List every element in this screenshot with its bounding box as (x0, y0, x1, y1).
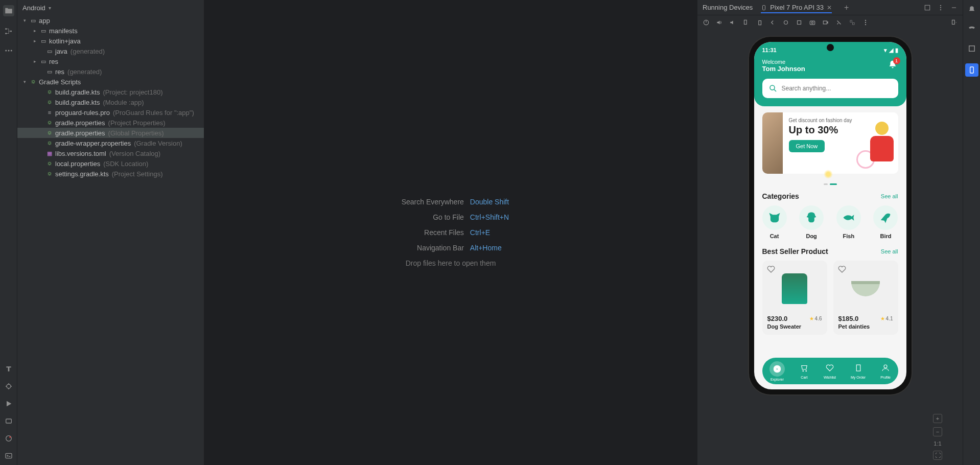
nav-explorer[interactable]: Explorer (769, 361, 785, 381)
add-device-button[interactable]: + (844, 3, 849, 12)
tree-local-props[interactable]: ⛭local.properties(SDK Location) (17, 158, 204, 169)
tree-res[interactable]: ▸▭res (17, 56, 204, 66)
get-now-button[interactable]: Get Now (789, 140, 825, 152)
svg-point-14 (940, 7, 941, 8)
nav-wishlist[interactable]: Wishlist (824, 363, 836, 379)
tree-settings-gradle[interactable]: ⛭settings.gradle.kts(Project Settings) (17, 169, 204, 179)
nav-order[interactable]: My Order (851, 363, 866, 379)
hint-recent-label: Recent Files (392, 228, 464, 237)
logcat-icon[interactable] (5, 417, 13, 425)
tree-build-gradle-proj[interactable]: ⛭build.gradle.kts(Project: project180) (17, 87, 204, 97)
tree-gradle-props-glob[interactable]: ⛭gradle.properties(Global Properties) (17, 128, 204, 138)
device-area: 11:31 ▾ ◢ ▮ Welcome Tom Johnson (697, 30, 963, 465)
category-bird[interactable]: Bird (873, 205, 898, 239)
wifi-icon: ▾ (884, 47, 887, 54)
product-price: $230.0 (767, 315, 788, 322)
tree-manifests[interactable]: ▸▭manifests (17, 26, 204, 36)
tree-build-gradle-app[interactable]: ⛭build.gradle.kts(Module :app) (17, 97, 204, 107)
project-panel-header[interactable]: Android ▾ (17, 0, 204, 15)
device-tab[interactable]: Pixel 7 Pro API 33 ✕ (761, 4, 832, 13)
tree-app[interactable]: ▾▭app (17, 15, 204, 26)
more-vert-icon[interactable] (862, 19, 869, 26)
categories-title: Categories (762, 192, 799, 200)
tree-kotlinjava[interactable]: ▸▭kotlin+java (17, 36, 204, 46)
tree-gradle-props-proj[interactable]: ⛭gradle.properties(Project Properties) (17, 118, 204, 128)
tree-proguard[interactable]: ≡proguard-rules.pro(ProGuard Rules for "… (17, 107, 204, 118)
categories-see-all[interactable]: See all (881, 193, 898, 199)
hint-gotofile-shortcut: Ctrl+Shift+N (470, 213, 509, 221)
heart-icon[interactable] (766, 265, 776, 274)
svg-rect-34 (856, 365, 860, 371)
window-icon[interactable] (924, 4, 931, 11)
hint-search-label: Search Everywhere (392, 198, 464, 206)
svg-point-4 (8, 50, 9, 52)
carousel-dots[interactable] (762, 178, 898, 187)
cat-icon (767, 211, 782, 225)
device-frame: 11:31 ▾ ◢ ▮ Welcome Tom Johnson (749, 37, 912, 394)
search-input[interactable] (782, 85, 892, 92)
minimize-icon[interactable] (950, 4, 958, 11)
power-icon[interactable] (703, 19, 710, 26)
svg-rect-10 (6, 453, 12, 458)
bottom-nav: Explorer Cart Wishlist My Order Profile (762, 358, 898, 384)
device-screen[interactable]: 11:31 ▾ ◢ ▮ Welcome Tom Johnson (754, 42, 906, 389)
rotate-left-icon[interactable] (742, 19, 750, 26)
more-tools-icon[interactable] (4, 46, 13, 55)
screenshot-icon[interactable] (809, 19, 816, 26)
product-card[interactable]: $230.0★4.6 Dog Sweater (762, 261, 827, 335)
app-body[interactable]: Get discount on fashion day Up to 30% Ge… (754, 106, 906, 352)
structure-icon[interactable] (4, 27, 13, 36)
notifications-tool-icon[interactable] (967, 5, 976, 14)
star-icon: ★ (880, 316, 885, 321)
gradle-tool-icon[interactable] (967, 25, 976, 34)
bestseller-see-all[interactable]: See all (881, 248, 898, 254)
svg-point-2 (10, 31, 12, 32)
nav-cart[interactable]: Cart (800, 363, 809, 379)
running-devices-panel: Running Devices Pixel 7 Pro API 33 ✕ + (697, 0, 963, 465)
home-icon[interactable] (782, 19, 789, 26)
tree-res-gen[interactable]: ▭res(generated) (17, 66, 204, 77)
terminal-icon[interactable] (5, 452, 13, 460)
heart-icon[interactable] (837, 265, 847, 274)
svg-rect-23 (823, 21, 827, 24)
category-cat[interactable]: Cat (762, 205, 787, 239)
search-box[interactable] (762, 79, 898, 98)
project-tool-button[interactable] (3, 5, 14, 16)
rotate-right-icon[interactable] (756, 19, 763, 26)
hint-nav-shortcut: Alt+Home (470, 244, 502, 252)
settings-icon[interactable] (835, 19, 843, 26)
overview-icon[interactable] (796, 19, 803, 26)
layout-tool-icon[interactable] (967, 44, 976, 53)
link-icon[interactable] (849, 19, 856, 26)
products-row: $230.0★4.6 Dog Sweater $185.0★4.1 Pet da… (762, 261, 898, 335)
hint-gotofile-label: Go to File (392, 213, 464, 221)
product-rating: 4.6 (815, 316, 822, 321)
status-icons: ▾ ◢ ▮ (884, 47, 898, 54)
tree-gradle-scripts[interactable]: ▾⛭Gradle Scripts (17, 77, 204, 87)
promo-banner[interactable]: Get discount on fashion day Up to 30% Ge… (762, 112, 898, 174)
back-icon[interactable] (769, 19, 776, 26)
category-fish[interactable]: Fish (836, 205, 861, 239)
zoom-fit-button[interactable]: ⛶ (933, 451, 942, 460)
record-icon[interactable] (822, 19, 829, 26)
notifications-button[interactable]: 1 (887, 59, 898, 73)
running-devices-tool-button[interactable] (965, 63, 978, 77)
panel-title: Android (22, 4, 45, 12)
text-tool-icon[interactable] (5, 365, 13, 373)
category-dog[interactable]: Dog (799, 205, 824, 239)
close-icon[interactable]: ✕ (827, 4, 832, 11)
volume-up-icon[interactable] (716, 19, 723, 26)
device-sync-icon[interactable] (950, 19, 958, 26)
profiler-icon[interactable] (5, 434, 13, 443)
zoom-in-button[interactable]: + (933, 414, 942, 423)
volume-down-icon[interactable] (729, 19, 736, 26)
nav-profile[interactable]: Profile (880, 363, 891, 379)
tree-java-gen[interactable]: ▭java(generated) (17, 46, 204, 56)
run-icon[interactable] (5, 400, 13, 408)
debug-icon[interactable] (5, 382, 13, 390)
more-icon[interactable] (937, 4, 944, 11)
product-card[interactable]: $185.0★4.1 Pet dainties (833, 261, 898, 335)
tree-gradle-wrapper[interactable]: ⛭gradle-wrapper.properties(Gradle Versio… (17, 138, 204, 148)
zoom-out-button[interactable]: − (933, 427, 942, 436)
tree-libs-versions[interactable]: ▦libs.versions.toml(Version Catalog) (17, 148, 204, 158)
